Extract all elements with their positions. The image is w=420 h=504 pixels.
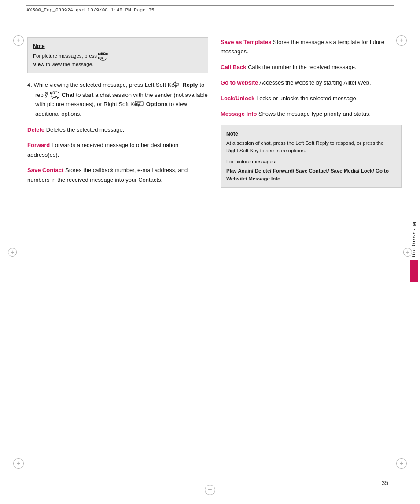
- header-bar: AX500_Eng_080924.qxd 10/9/08 1:48 PM Pag…: [26, 5, 394, 13]
- message-info-item: Message Info Shows the message type prio…: [221, 109, 402, 118]
- step-options-bold: Options: [146, 101, 168, 107]
- note-text-right-2: For picture messages:: [226, 158, 396, 166]
- note-text-before: For picture messages, press: [33, 53, 97, 59]
- note-text-left: For picture messages, press MENUOK View …: [33, 52, 203, 68]
- reg-mark-tl: [13, 35, 24, 46]
- delete-text: Deletes the selected message.: [44, 126, 124, 133]
- sidebar-red-bar: [410, 260, 418, 282]
- note-bold-view: View: [33, 62, 44, 67]
- message-info-label: Message Info: [221, 110, 257, 117]
- lock-unlock-item: Lock/Unlock Locks or unlocks the selecte…: [221, 94, 402, 103]
- svg-rect-0: [135, 101, 143, 106]
- content-area: Note For picture messages, press MENUOK …: [27, 24, 402, 475]
- reg-mark-bc: [205, 485, 215, 495]
- delete-item: Delete Deletes the selected message.: [27, 125, 208, 134]
- save-as-templates-item: Save as Templates Stores the message as …: [221, 37, 402, 56]
- bottom-line: [26, 478, 394, 478]
- note-text-right-1: At a session of chat, press the Left Sof…: [226, 140, 396, 155]
- header-text: AX500_Eng_080924.qxd 10/9/08 1:48 PM Pag…: [26, 7, 154, 13]
- lock-unlock-text: Locks or unlocks the selected message.: [254, 95, 357, 102]
- reg-mark-bl: [13, 458, 24, 469]
- forward-label: Forward: [27, 142, 50, 148]
- note-title-left: Note: [33, 42, 203, 50]
- note-box-left: Note For picture messages, press MENUOK …: [27, 37, 208, 73]
- menu-ok-icon: MENUOK: [99, 52, 107, 61]
- call-back-label: Call Back: [221, 64, 247, 70]
- options-icon: [143, 100, 144, 109]
- delete-label: Delete: [27, 126, 44, 133]
- message-info-text: Shows the message type priority and stat…: [257, 110, 371, 117]
- right-column: Save as Templates Stores the message as …: [221, 37, 402, 195]
- call-back-text: Calls the number in the received message…: [247, 64, 357, 70]
- save-contact-label: Save Contact: [27, 167, 63, 173]
- left-column: Note For picture messages, press MENUOK …: [27, 37, 208, 195]
- reg-mark-ml: [8, 248, 17, 257]
- note-title-right: Note: [226, 130, 396, 138]
- sidebar: Messaging: [409, 0, 420, 504]
- lock-unlock-label: Lock/Unlock: [221, 95, 254, 102]
- page-number: 35: [381, 479, 388, 486]
- sidebar-label: Messaging: [412, 222, 417, 258]
- forward-item: Forward Forwards a received message to o…: [27, 140, 208, 159]
- save-as-templates-label: Save as Templates: [221, 39, 271, 45]
- note-text-after: to view the message.: [44, 62, 93, 67]
- go-to-website-item: Go to website Accesses the website by st…: [221, 78, 402, 87]
- note-text-right-3: Play Again/ Delete/ Forward/ Save Contac…: [226, 167, 396, 183]
- note-box-right: Note At a session of chat, press the Lef…: [221, 125, 402, 188]
- step-chat-bold: Chat: [62, 92, 74, 98]
- step-reply-bold: Reply: [182, 81, 198, 88]
- go-to-website-label: Go to website: [221, 79, 258, 86]
- forward-text: Forwards a received message to other des…: [27, 142, 178, 158]
- two-column-layout: Note For picture messages, press MENUOK …: [27, 37, 402, 195]
- save-contact-item: Save Contact Stores the callback number,…: [27, 166, 208, 184]
- chat-menu-icon: MENUOK: [51, 91, 59, 99]
- step-4-paragraph: 4. While viewing the selected message, p…: [27, 80, 208, 119]
- step-number: 4. While viewing the selected message, p…: [27, 81, 179, 88]
- call-back-item: Call Back Calls the number in the receiv…: [221, 63, 402, 72]
- go-to-website-text: Accesses the website by starting Alltel …: [258, 79, 371, 86]
